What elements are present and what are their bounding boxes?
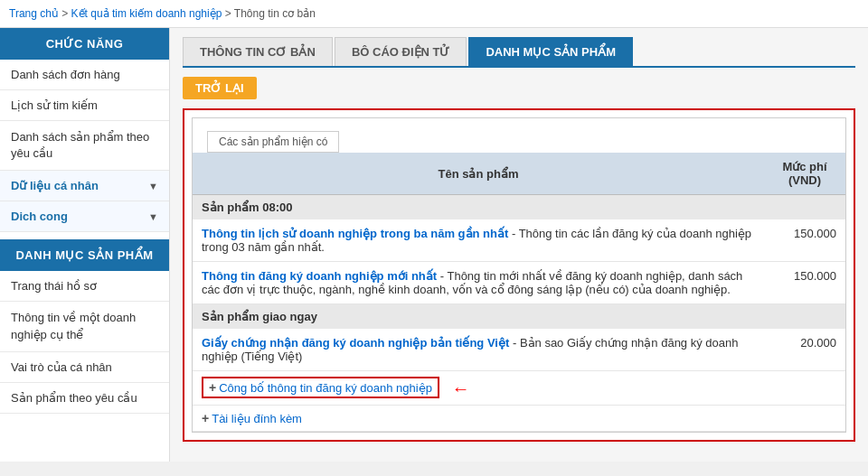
back-button[interactable]: TRỞ LẠI [183,77,257,99]
sidebar-item-thong-tin-doanh-nghiep[interactable]: Thông tin về một doanh nghiệp cụ thể [0,302,169,351]
sidebar-item-don-hang[interactable]: Danh sách đơn hàng [0,60,169,90]
expand-highlight: + Công bố thông tin đăng ký doanh nghiệp [202,377,439,398]
breadcrumb-search[interactable]: Kết quả tim kiếm doanh nghiệp [71,7,222,20]
chevron-down-icon: ▼ [148,181,158,191]
breadcrumb: Trang chủ > Kết quả tim kiếm doanh nghiệ… [0,0,868,28]
product-price: 150.000 [764,219,845,262]
product-name-link[interactable]: Thông tin đăng ký doanh nghiệp mới nhất [202,269,437,283]
product-row: Thông tin đăng ký doanh nghiệp mới nhất … [193,262,845,304]
product-price: 20.000 [764,329,845,371]
plus-icon: + [202,411,209,425]
expand-button[interactable]: + Công bố thông tin đăng ký doanh nghiệp [209,380,432,395]
sidebar-item-san-pham-theo-yeu-cau[interactable]: Danh sách sản phẩm theo yêu cầu [0,121,169,171]
sidebar-item-vai-tro-ca-nhan[interactable]: Vai trò của cá nhân [0,352,169,383]
product-name-link[interactable]: Thông tin lịch sử doanh nghiệp trong ba … [202,227,508,240]
sidebar: CHỨC NĂNG Danh sách đơn hàng Lịch sử tim… [0,28,170,462]
expand-button[interactable]: + Tài liệu đính kèm [202,411,302,425]
col-header-name: Tên sản phẩm [193,153,764,195]
tab-bao-cao-dien-tu[interactable]: BÔ CÁO ĐIỆN TỬ [335,37,467,66]
product-box: Các sản phẩm hiện có Tên sản phẩm Mức ph… [183,108,855,442]
product-row: Giấy chứng nhận đăng ký doanh nghiệp bản… [193,329,845,371]
breadcrumb-home[interactable]: Trang chủ [9,7,59,20]
expand-label: Công bố thông tin đăng ký doanh nghiệp [219,381,432,395]
product-box-inner: Các sản phẩm hiện có Tên sản phẩm Mức ph… [192,117,846,433]
section-label-container: Các sản phẩm hiện có [193,118,845,153]
product-row: Thông tin lịch sử doanh nghiệp trong ba … [193,219,845,262]
tab-bar: THÔNG TIN CƠ BẢN BÔ CÁO ĐIỆN TỬ DANH MỤC… [183,37,855,68]
sidebar-item-du-lieu-ca-nhan[interactable]: Dữ liệu cá nhân ▼ [0,171,169,201]
sidebar-chuc-nang-header: CHỨC NĂNG [0,28,169,60]
breadcrumb-sep1: > [61,7,71,20]
product-group-row: Sản phẩm 08:00 [193,195,845,220]
sidebar-item-san-pham-yeu-cau[interactable]: Sản phẩm theo yêu cầu [0,383,169,414]
expand-row: + Tài liệu đính kèm [193,406,845,432]
main-content: THÔNG TIN CƠ BẢN BÔ CÁO ĐIỆN TỬ DANH MỤC… [170,28,868,462]
section-label: Các sản phẩm hiện có [207,131,339,153]
tab-thong-tin-co-ban[interactable]: THÔNG TIN CƠ BẢN [183,37,333,66]
expand-label: Tài liệu đính kèm [212,412,302,425]
product-group-row: Sản phẩm giao ngay [193,304,845,330]
expand-row: + Công bố thông tin đăng ký doanh nghiệp… [193,371,845,406]
breadcrumb-current: Thông tin cơ bản [234,7,316,20]
col-header-price: Mức phí (VND) [764,153,845,195]
breadcrumb-sep2: > [225,7,234,20]
arrow-annotation: ← [452,378,470,399]
product-name-link[interactable]: Giấy chứng nhận đăng ký doanh nghiệp bản… [202,336,509,350]
sidebar-item-lich-su[interactable]: Lịch sử tim kiếm [0,90,169,121]
product-price: 150.000 [764,262,845,304]
plus-icon: + [209,380,216,395]
sidebar-item-trang-thai-ho-so[interactable]: Trang thái hồ sơ [0,271,169,302]
tab-danh-muc-san-pham[interactable]: DANH MỤC SẢN PHẨM [468,37,633,66]
product-table: Tên sản phẩm Mức phí (VND) Sản phẩm 08:0… [193,153,845,432]
sidebar-item-dich-vu-cong[interactable]: Dich cong ▼ [0,201,169,232]
chevron-down-icon: ▼ [148,211,158,222]
sidebar-danh-muc-header: DANH MỤC SẢN PHẨM [0,239,169,271]
